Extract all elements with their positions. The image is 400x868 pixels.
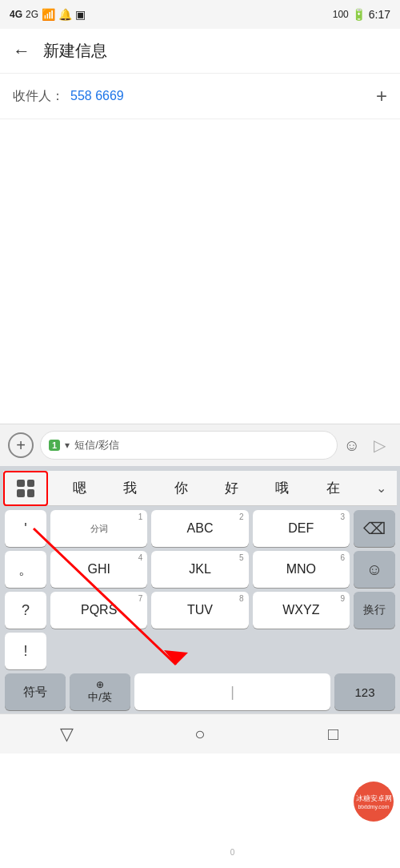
- suggestion-1[interactable]: 我: [118, 476, 142, 500]
- app-bar: ← 新建信息: [0, 29, 400, 74]
- nav-recent-button[interactable]: □: [310, 718, 358, 750]
- key-enter[interactable]: 换行: [354, 592, 395, 629]
- chevron-down-icon: ⌄: [376, 480, 386, 496]
- attach-button[interactable]: +: [8, 432, 34, 458]
- key-9-wxyz[interactable]: 9 WXYZ: [253, 592, 350, 629]
- key-2-abc[interactable]: 2 ABC: [151, 510, 248, 547]
- key-question[interactable]: ?: [5, 592, 46, 629]
- suggestion-0[interactable]: 嗯: [68, 476, 91, 500]
- page-title: 新建信息: [43, 40, 107, 62]
- key-3-def[interactable]: 3 DEF: [253, 510, 350, 547]
- backspace-icon: ⌫: [363, 519, 386, 538]
- watermark-line1: 冰糖安卓网: [356, 794, 392, 804]
- suggestions-collapse-button[interactable]: ⌄: [365, 471, 397, 506]
- key-delete[interactable]: ⌫: [354, 510, 395, 547]
- suggestion-3[interactable]: 好: [220, 476, 243, 500]
- key-row-1: 1 分词 2 ABC 3 DEF: [50, 510, 350, 547]
- key-7-pqrs[interactable]: 7 PQRS: [50, 592, 147, 629]
- suggestion-5[interactable]: 在: [322, 476, 345, 500]
- key-row-3: 7 PQRS 8 TUV 9 WXYZ: [50, 592, 350, 629]
- message-input[interactable]: 1 ▾ 短信/彩信: [40, 431, 338, 460]
- suggestion-4[interactable]: 哦: [270, 476, 294, 500]
- watermark-line2: btxtdmy.com: [358, 804, 389, 810]
- send-button[interactable]: ▷: [366, 432, 392, 458]
- plus-icon: +: [16, 436, 26, 455]
- key-row-2: 4 GHI 5 JKL 6 MNO: [50, 551, 350, 588]
- emoji-key-icon: ☺: [366, 561, 382, 579]
- nav-home-icon: ○: [194, 724, 205, 745]
- grid-icon: [17, 480, 34, 497]
- keyboard-bottom-row: 符号 ⊕ 中/英 | 0 123: [3, 673, 397, 710]
- recipient-number[interactable]: 558 6669: [70, 89, 370, 103]
- key-numbers[interactable]: 123: [334, 673, 395, 710]
- emoji-button[interactable]: ☺: [344, 436, 360, 455]
- key-period[interactable]: 。: [5, 551, 46, 588]
- suggestion-2[interactable]: 你: [170, 476, 193, 500]
- nav-bar: ▽ ○ □: [0, 713, 400, 753]
- wifi-icon: 📶: [42, 8, 55, 21]
- status-right: 100 🔋 6:17: [333, 8, 390, 21]
- signal-2g: 2G: [26, 9, 38, 20]
- key-exclaim[interactable]: !: [5, 633, 46, 669]
- key-1-fensi[interactable]: 1 分词: [50, 510, 147, 547]
- battery-label: 100: [333, 9, 349, 20]
- sms-badge: 1: [49, 440, 60, 451]
- status-bar: 4G 2G 📶 🔔 ▣ 100 🔋 6:17: [0, 0, 400, 29]
- nav-recent-icon: □: [328, 724, 338, 745]
- sms-label: 短信/彩信: [74, 438, 328, 452]
- time-label: 6:17: [369, 8, 390, 21]
- nav-back-button[interactable]: ▽: [42, 718, 90, 750]
- key-comma[interactable]: ': [5, 510, 46, 547]
- extra-icon: ▣: [75, 8, 86, 21]
- input-toolbar: + 1 ▾ 短信/彩信 ☺ ▷: [0, 424, 400, 466]
- back-button[interactable]: ←: [13, 41, 30, 62]
- key-4-ghi[interactable]: 4 GHI: [50, 551, 147, 588]
- suggestion-words: 嗯 我 你 好 哦 在: [48, 476, 365, 500]
- sms-arrow-icon: ▾: [65, 440, 70, 451]
- key-emoji[interactable]: ☺: [354, 551, 395, 588]
- status-signals: 4G 2G 📶 🔔 ▣: [10, 8, 86, 21]
- watermark: 冰糖安卓网 btxtdmy.com: [354, 782, 394, 822]
- battery-icon: 🔋: [352, 8, 366, 21]
- message-area[interactable]: [0, 119, 400, 424]
- key-symbols[interactable]: 符号: [5, 673, 66, 710]
- key-5-jkl[interactable]: 5 JKL: [151, 551, 248, 588]
- grid-toggle-button[interactable]: [3, 471, 48, 506]
- key-8-tuv[interactable]: 8 TUV: [151, 592, 248, 629]
- recipient-label: 收件人：: [13, 88, 64, 105]
- keyboard: 嗯 我 你 好 哦 在 ⌄ ' 。 ? !: [0, 466, 400, 713]
- right-key-column: ⌫ ☺ 换行: [354, 510, 395, 669]
- punctuation-column: ' 。 ? !: [5, 510, 46, 669]
- key-space[interactable]: | 0: [134, 673, 330, 710]
- add-recipient-button[interactable]: +: [376, 85, 387, 107]
- nav-home-button[interactable]: ○: [176, 718, 224, 750]
- nav-back-icon: ▽: [60, 724, 74, 745]
- space-cursor-icon: |: [230, 684, 234, 701]
- recipient-row: 收件人： 558 6669 +: [0, 74, 400, 119]
- suggestions-row: 嗯 我 你 好 哦 在 ⌄: [3, 471, 397, 506]
- key-lang[interactable]: ⊕ 中/英: [70, 673, 130, 710]
- main-keypad: 1 分词 2 ABC 3 DEF 4 GHI 5: [50, 510, 350, 669]
- notification-icon: 🔔: [58, 8, 72, 21]
- signal-4g: 4G: [10, 9, 22, 20]
- key-6-mno[interactable]: 6 MNO: [253, 551, 350, 588]
- globe-icon: ⊕: [96, 679, 104, 690]
